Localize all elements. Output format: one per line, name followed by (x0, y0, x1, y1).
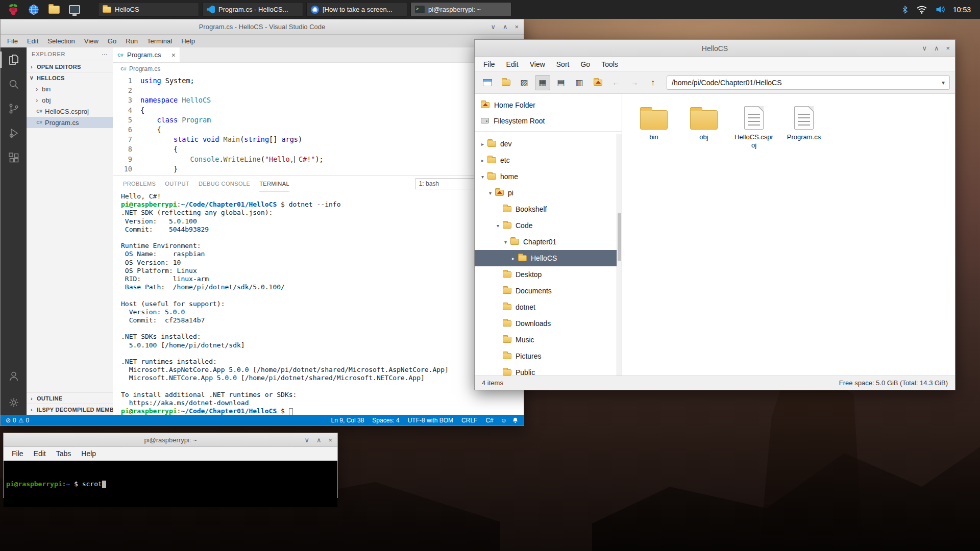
status-item-ln-9-col-38[interactable]: Ln 9, Col 38 (331, 417, 364, 424)
fm-tree-item-downloads[interactable]: Downloads (475, 315, 622, 332)
project-section[interactable]: ∨ HELLOCS (27, 72, 113, 83)
terminal-menu-help[interactable]: Help (76, 449, 101, 458)
vscode-menu-selection[interactable]: Selection (43, 37, 79, 45)
new-folder-button[interactable] (498, 75, 513, 90)
clock[interactable]: 10:53 (953, 6, 971, 14)
file-item-bin[interactable]: bin (629, 103, 678, 153)
detailed-view-button[interactable]: ▤ (553, 75, 569, 90)
scrollbar-thumb[interactable] (618, 213, 621, 261)
taskbar-window-hellocs[interactable]: HelloCS (98, 2, 199, 17)
terminal-launcher[interactable] (66, 2, 83, 18)
fm-tree-item-dotnet[interactable]: dotnet (475, 299, 622, 315)
fm-file-grid[interactable]: binobjHelloCS.csprojProgram.cs (622, 94, 955, 375)
run-debug-activity-button[interactable] (1, 121, 27, 145)
fm-tree-item-pictures[interactable]: Pictures (475, 348, 622, 364)
fm-tree-item-chapter01[interactable]: ▾Chapter01 (475, 234, 622, 250)
fm-menu-tools[interactable]: Tools (596, 60, 624, 68)
account-button[interactable] (1, 364, 27, 388)
fm-menu-sort[interactable]: Sort (551, 60, 575, 68)
maximize-button[interactable]: ∧ (503, 23, 508, 30)
fm-menu-edit[interactable]: Edit (501, 60, 524, 68)
fm-tree-item-hellocs[interactable]: ▸HelloCS (475, 250, 622, 266)
applications-menu-button[interactable] (5, 2, 21, 18)
vscode-menu-help[interactable]: Help (177, 37, 200, 45)
open-editors-section[interactable]: › OPEN EDITORS (27, 61, 113, 72)
panel-tab-output[interactable]: OUTPUT (165, 176, 189, 191)
path-dropdown-icon[interactable]: ▾ (942, 79, 945, 86)
status-item-utf-8-with-bom[interactable]: UTF-8 with BOM (408, 417, 453, 424)
icon-view-button[interactable]: ▦ (535, 75, 550, 90)
maximize-button[interactable]: ∧ (934, 45, 939, 52)
file-item-obj[interactable]: obj (679, 103, 728, 153)
search-activity-button[interactable] (1, 72, 27, 96)
fm-titlebar[interactable]: HelloCS ∨ ∧ × (475, 40, 955, 57)
settings-button[interactable] (1, 390, 27, 415)
terminal-menu-file[interactable]: File (7, 449, 29, 458)
status-item-c[interactable]: C# (485, 417, 493, 424)
notifications-bell-icon[interactable] (512, 417, 519, 424)
status-item-spaces-4[interactable]: Spaces: 4 (372, 417, 399, 424)
compact-view-button[interactable]: ▥ (572, 75, 587, 90)
explorer-item-bin[interactable]: ›bin (27, 83, 113, 94)
fm-tree-item-dev[interactable]: ▸dev (475, 136, 622, 152)
fm-menu-view[interactable]: View (524, 60, 551, 68)
taskbar-window-how-to-take-a-screen[interactable]: [How to take a screen... (306, 2, 407, 17)
explorer-item-program-cs[interactable]: C#Program.cs (27, 117, 113, 128)
extensions-activity-button[interactable] (1, 145, 27, 170)
explorer-item-obj[interactable]: ›obj (27, 94, 113, 106)
fm-tree-item-documents[interactable]: Documents (475, 283, 622, 299)
fm-tree-item-home[interactable]: ▾home (475, 168, 622, 185)
code-editor[interactable]: 1using System;23namespace HelloCS4{5 cla… (113, 75, 524, 176)
problems-status[interactable]: ⊘ 0 ⚠ 0 (6, 417, 29, 424)
feedback-icon[interactable]: ☺ (501, 417, 507, 424)
taskbar-window-program-cs-hellocs[interactable]: Program.cs - HelloCS... (202, 2, 303, 17)
home-button[interactable] (590, 75, 605, 90)
explorer-item-hellocs-csproj[interactable]: C#HelloCS.csproj (27, 106, 113, 117)
vscode-menu-go[interactable]: Go (103, 37, 121, 45)
shade-button[interactable]: ∨ (491, 23, 496, 30)
back-button[interactable]: ← (608, 75, 624, 90)
panel-tab-debug-console[interactable]: DEBUG CONSOLE (199, 176, 250, 191)
panel-tab-terminal[interactable]: TERMINAL (259, 176, 289, 191)
path-bar[interactable]: /home/pi/Code/Chapter01/HelloCS ▾ (667, 76, 950, 90)
outline-section[interactable]: › OUTLINE (27, 392, 113, 404)
vscode-menu-file[interactable]: File (3, 37, 22, 45)
fm-tree-item-public[interactable]: Public (475, 364, 622, 375)
vscode-titlebar[interactable]: Program.cs - HelloCS - Visual Studio Cod… (1, 19, 524, 35)
fm-menu-go[interactable]: Go (575, 60, 596, 68)
volume-icon[interactable] (935, 5, 946, 14)
fm-tree-item-desktop[interactable]: Desktop (475, 266, 622, 283)
panel-tab-problems[interactable]: PROBLEMS (123, 176, 156, 191)
fm-tree-scrollbar[interactable] (617, 134, 622, 375)
maximize-button[interactable]: ∧ (316, 437, 322, 443)
place-home-folder[interactable]: Home Folder (475, 97, 622, 113)
thumbnail-view-button[interactable]: ▨ (517, 75, 532, 90)
terminal-menu-tabs[interactable]: Tabs (51, 449, 77, 458)
vscode-menu-view[interactable]: View (80, 37, 103, 45)
fm-tree-item-pi[interactable]: ▾pi (475, 185, 622, 201)
vscode-menu-run[interactable]: Run (121, 37, 142, 45)
file-item-program-cs[interactable]: Program.cs (779, 103, 828, 153)
taskbar-window-pi-raspberrypi[interactable]: pi@raspberrypi: ~ (410, 2, 511, 17)
terminal-content[interactable]: pi@raspberrypi:~ $ scrot (4, 461, 337, 507)
explorer-activity-button[interactable] (1, 47, 27, 72)
shade-button[interactable]: ∨ (922, 45, 927, 52)
fm-tree-item-bookshelf[interactable]: Bookshelf (475, 201, 622, 217)
fm-tree-item-music[interactable]: Music (475, 332, 622, 348)
source-control-activity-button[interactable] (1, 96, 27, 121)
bluetooth-icon[interactable] (901, 5, 909, 15)
fm-tree-item-etc[interactable]: ▸etc (475, 152, 622, 168)
fm-menu-file[interactable]: File (478, 60, 501, 68)
forward-button[interactable]: → (627, 75, 642, 90)
status-item-crlf[interactable]: CRLF (461, 417, 477, 424)
ilspy-section[interactable]: › ILSPY DECOMPILED MEMB... (27, 404, 113, 415)
new-tab-button[interactable] (480, 75, 495, 90)
fm-tree-item-code[interactable]: ▾Code (475, 217, 622, 234)
close-button[interactable]: × (514, 23, 519, 30)
close-button[interactable]: × (328, 437, 332, 443)
vscode-menu-edit[interactable]: Edit (22, 37, 43, 45)
web-browser-launcher[interactable] (26, 2, 42, 18)
terminal-menu-edit[interactable]: Edit (29, 449, 51, 458)
terminal-titlebar[interactable]: pi@raspberrypi: ~ ∨ ∧ × (4, 433, 337, 447)
vscode-menu-terminal[interactable]: Terminal (142, 37, 177, 45)
